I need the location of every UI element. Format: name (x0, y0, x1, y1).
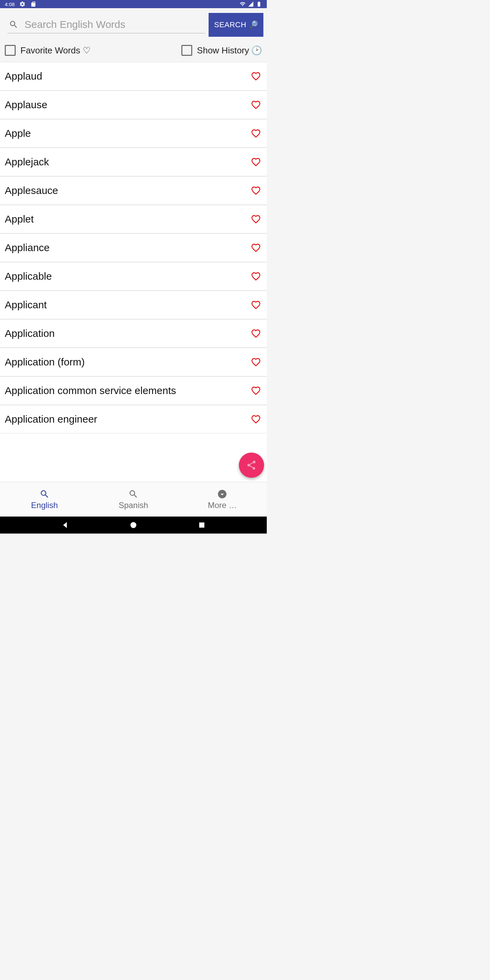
word-item[interactable]: Application (0, 319, 267, 348)
word-item[interactable]: Application (form) (0, 348, 267, 376)
status-bar: 4:08 (0, 0, 267, 8)
word-item[interactable]: Applejack (0, 148, 267, 176)
checkbox-box (5, 45, 16, 56)
svg-point-0 (130, 522, 136, 528)
status-right (240, 1, 262, 7)
heart-icon[interactable] (251, 414, 261, 424)
heart-icon[interactable] (251, 329, 261, 338)
word-text: Applicable (5, 270, 52, 282)
svg-rect-1 (199, 522, 205, 527)
heart-icon[interactable] (251, 186, 261, 195)
favorite-words-label: Favorite Words ♡ (21, 45, 91, 56)
battery-icon (256, 1, 262, 7)
favorite-words-checkbox[interactable]: Favorite Words ♡ (5, 45, 91, 56)
search-input[interactable] (24, 19, 204, 30)
search-icon (9, 20, 18, 29)
word-list[interactable]: ApplaudApplauseAppleApplejackApplesauceA… (0, 62, 267, 482)
back-button[interactable] (60, 520, 69, 530)
filters-row: Favorite Words ♡ Show History 🕑 (0, 39, 267, 62)
heart-icon[interactable] (251, 100, 261, 110)
search-field[interactable] (8, 17, 205, 33)
word-text: Apple (5, 127, 31, 139)
clock-icon: 🕑 (251, 45, 262, 56)
gear-icon (19, 1, 25, 7)
heart-icon[interactable] (251, 357, 261, 367)
search-row: SEARCH 🔎 (0, 8, 267, 39)
word-text: Applesauce (5, 185, 58, 196)
status-time: 4:08 (5, 2, 14, 7)
share-icon (246, 460, 257, 471)
search-button[interactable]: SEARCH 🔎 (208, 13, 263, 37)
heart-icon[interactable] (251, 243, 261, 253)
status-left: 4:08 (5, 1, 37, 7)
word-item[interactable]: Applaud (0, 62, 267, 91)
show-history-label: Show History (197, 45, 249, 56)
heart-icon[interactable] (251, 157, 261, 167)
word-text: Application common service elements (5, 385, 176, 396)
nav-more-label: More … (208, 501, 237, 510)
nav-spanish-label: Spanish (119, 501, 148, 510)
word-text: Applause (5, 99, 47, 111)
word-item[interactable]: Application common service elements (0, 376, 267, 405)
cell-signal-icon (248, 1, 254, 7)
word-item[interactable]: Applicable (0, 262, 267, 291)
word-item[interactable]: Applesauce (0, 176, 267, 205)
share-fab[interactable] (239, 453, 264, 478)
bottom-nav: English Spanish More … (0, 482, 267, 517)
word-item[interactable]: Applicant (0, 291, 267, 319)
heart-icon[interactable] (251, 215, 261, 224)
home-button[interactable] (129, 520, 138, 530)
search-icon (40, 489, 50, 499)
wifi-icon (240, 1, 246, 7)
word-text: Applicant (5, 299, 47, 311)
nav-spanish[interactable]: Spanish (89, 482, 178, 517)
heart-icon[interactable] (251, 72, 261, 81)
heart-icon[interactable] (251, 300, 261, 310)
system-nav (0, 517, 267, 533)
chevron-down-circle-icon (217, 489, 227, 499)
word-item[interactable]: Applause (0, 91, 267, 119)
word-item[interactable]: Applet (0, 205, 267, 234)
word-text: Appliance (5, 242, 50, 253)
search-icon (128, 489, 138, 499)
word-text: Application (form) (5, 356, 85, 368)
nav-english[interactable]: English (0, 482, 89, 517)
recent-button[interactable] (197, 520, 206, 530)
checkbox-box (181, 45, 192, 56)
word-text: Applejack (5, 156, 49, 168)
show-history-checkbox[interactable]: Show History 🕑 (181, 45, 262, 56)
word-item[interactable]: Apple (0, 119, 267, 148)
nav-more[interactable]: More … (178, 482, 267, 517)
word-item[interactable]: Appliance (0, 234, 267, 262)
word-item[interactable]: Application engineer (0, 405, 267, 434)
word-text: Application engineer (5, 414, 97, 425)
heart-icon[interactable] (251, 272, 261, 281)
heart-icon[interactable] (251, 386, 261, 395)
sd-card-icon (30, 1, 37, 7)
nav-english-label: English (31, 501, 58, 510)
heart-icon[interactable] (251, 129, 261, 138)
word-text: Application (5, 328, 55, 339)
word-text: Applaud (5, 70, 42, 82)
word-text: Applet (5, 213, 34, 225)
